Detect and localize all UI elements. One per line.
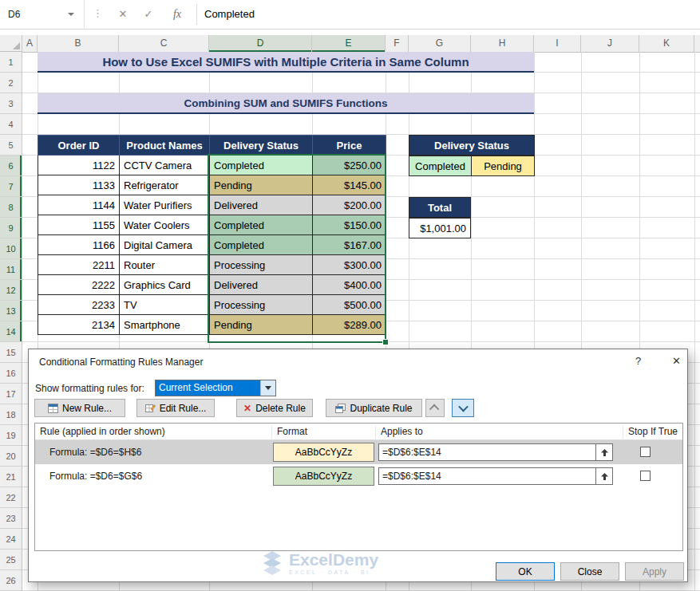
cell[interactable]: Processing	[210, 255, 313, 275]
cell[interactable]: 2233	[38, 295, 120, 315]
row-header-13[interactable]: 13	[0, 301, 22, 321]
insert-function-icon[interactable]: fx	[166, 0, 188, 28]
row-header-25[interactable]: 25	[0, 550, 22, 570]
cell[interactable]: Water Purifiers	[120, 195, 210, 215]
cell[interactable]: $289.00	[313, 315, 386, 335]
delete-rule-button[interactable]: ✕ Delete Rule	[236, 399, 313, 417]
fill-handle[interactable]	[382, 339, 389, 345]
cell[interactable]: 1122	[38, 156, 120, 175]
cell[interactable]: $300.00	[313, 255, 386, 275]
cell[interactable]: 2222	[38, 275, 120, 295]
row-header-20[interactable]: 20	[0, 446, 22, 467]
enter-icon[interactable]: ✓	[137, 0, 160, 28]
row-header-17[interactable]: 17	[0, 384, 22, 404]
applies-to-field[interactable]: =$D$6:$E$14	[378, 443, 613, 461]
column-header-G[interactable]: G	[409, 35, 471, 52]
cell[interactable]: 1133	[38, 175, 120, 195]
cell[interactable]: Refrigerator	[120, 175, 210, 195]
column-header-D[interactable]: D	[209, 35, 312, 52]
row-header-22[interactable]: 22	[0, 487, 22, 508]
dropdown-arrow-button[interactable]	[260, 380, 275, 396]
rule-row[interactable]: Formula: =$D6=$H$6 AaBbCcYyZz =$D$6:$E$1…	[35, 440, 682, 464]
row-header-24[interactable]: 24	[0, 529, 22, 550]
criteria-pending-cell[interactable]: Pending	[471, 156, 535, 176]
row-header-23[interactable]: 23	[0, 508, 22, 529]
cell[interactable]: Graphics Card	[120, 275, 210, 295]
help-button[interactable]: ?	[635, 355, 641, 367]
column-header-B[interactable]: B	[38, 35, 119, 52]
row-header-11[interactable]: 11	[0, 259, 22, 280]
row-header-15[interactable]: 15	[0, 342, 22, 363]
dialog-close-button[interactable]: ✕	[672, 355, 681, 367]
total-value-cell[interactable]: $1,001.00	[409, 218, 471, 238]
row-header-3[interactable]: 3	[0, 93, 22, 114]
apply-button[interactable]: Apply	[625, 562, 684, 581]
stop-if-true-checkbox[interactable]	[640, 471, 651, 481]
cell[interactable]: 2211	[38, 255, 120, 275]
cell[interactable]: Processing	[210, 295, 313, 315]
cell[interactable]: $150.00	[313, 215, 386, 235]
select-all-corner[interactable]	[0, 35, 22, 52]
criteria-completed-cell[interactable]: Completed	[409, 156, 472, 176]
row-header-6[interactable]: 6	[0, 156, 22, 176]
row-header-5[interactable]: 5	[0, 135, 22, 156]
stop-if-true-checkbox[interactable]	[640, 447, 651, 457]
move-rule-up-button[interactable]	[425, 399, 445, 417]
column-header-H[interactable]: H	[471, 35, 534, 52]
row-header-14[interactable]: 14	[0, 321, 22, 342]
row-header-18[interactable]: 18	[0, 404, 22, 425]
cell[interactable]: Pending	[210, 315, 313, 335]
column-header-F[interactable]: F	[386, 35, 409, 52]
cell[interactable]: CCTV Camera	[120, 156, 210, 175]
cell[interactable]: Delivered	[210, 275, 313, 295]
formula-bar-value[interactable]: Completed	[204, 0, 255, 28]
cell[interactable]: Completed	[210, 156, 313, 175]
row-header-1[interactable]: 1	[0, 52, 22, 73]
cell[interactable]: Router	[120, 255, 210, 275]
cell[interactable]: $250.00	[313, 156, 386, 175]
cell[interactable]: Pending	[210, 175, 313, 195]
row-header-8[interactable]: 8	[0, 197, 22, 218]
collapse-dialog-button[interactable]	[595, 444, 612, 460]
column-header-A[interactable]: A	[22, 35, 38, 52]
column-header-C[interactable]: C	[119, 35, 209, 52]
new-rule-button[interactable]: New Rule...	[34, 399, 125, 417]
column-header-K[interactable]: K	[639, 35, 694, 52]
show-rules-dropdown[interactable]: Current Selection	[155, 380, 276, 396]
duplicate-rule-button[interactable]: Duplicate Rule	[326, 399, 422, 417]
cell[interactable]: 1155	[38, 215, 120, 235]
cell[interactable]: $200.00	[313, 195, 386, 215]
column-header-J[interactable]: J	[581, 35, 639, 52]
collapse-dialog-button[interactable]	[595, 468, 612, 484]
row-header-9[interactable]: 9	[0, 218, 22, 238]
row-header-19[interactable]: 19	[0, 425, 22, 446]
cell[interactable]: $167.00	[313, 235, 386, 255]
column-header-E[interactable]: E	[312, 35, 386, 52]
cell[interactable]: $500.00	[313, 295, 386, 315]
row-header-7[interactable]: 7	[0, 176, 22, 197]
ok-button[interactable]: OK	[496, 562, 555, 581]
applies-to-field[interactable]: =$D$6:$E$14	[378, 467, 613, 485]
name-box-dropdown-icon[interactable]	[68, 13, 74, 16]
cell[interactable]: Delivered	[210, 195, 313, 215]
cell[interactable]: $145.00	[313, 175, 386, 195]
column-header-I[interactable]: I	[534, 35, 581, 52]
edit-rule-button[interactable]: Edit Rule...	[136, 399, 215, 417]
cell[interactable]: TV	[120, 295, 210, 315]
cell[interactable]: 2134	[38, 315, 120, 335]
row-header-2[interactable]: 2	[0, 73, 22, 93]
cell[interactable]: 1144	[38, 195, 120, 215]
cell[interactable]: $400.00	[313, 275, 386, 295]
cell[interactable]: Completed	[210, 235, 313, 255]
move-rule-down-button[interactable]	[452, 399, 474, 417]
rule-row[interactable]: Formula: =$D6=$G$6 AaBbCcYyZz =$D$6:$E$1…	[35, 464, 682, 488]
cell[interactable]: Water Coolers	[120, 215, 210, 235]
row-header-12[interactable]: 12	[0, 280, 22, 301]
formula-bar-resize-handle[interactable]: ⋮	[93, 7, 103, 19]
row-header-26[interactable]: 26	[0, 570, 22, 591]
cell[interactable]: Completed	[210, 215, 313, 235]
close-button[interactable]: Close	[560, 562, 619, 581]
row-header-16[interactable]: 16	[0, 363, 22, 384]
cell[interactable]: Smartphone	[120, 315, 210, 335]
row-header-21[interactable]: 21	[0, 467, 22, 487]
